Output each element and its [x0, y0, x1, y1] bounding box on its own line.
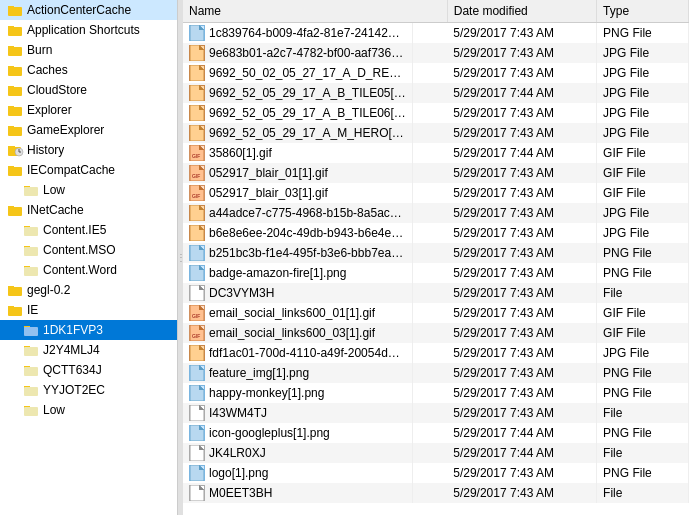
- sidebar-item-label: Content.Word: [43, 263, 117, 277]
- file-type: GIF File: [597, 323, 689, 343]
- file-date: 5/29/2017 7:43 AM: [447, 283, 596, 303]
- svg-marker-93: [199, 445, 204, 450]
- folder-icon: [8, 302, 24, 318]
- sidebar-item-content-word[interactable]: Content.Word: [0, 260, 177, 280]
- sidebar-item-cloudstore[interactable]: CloudStore: [0, 80, 177, 100]
- file-name-cell: feature_img[1].png: [183, 363, 413, 383]
- table-row[interactable]: feature_img[1].png5/29/2017 7:43 AMPNG F…: [183, 363, 689, 383]
- file-date: 5/29/2017 7:43 AM: [447, 343, 596, 363]
- sidebar-item-j2y4mlj4[interactable]: J2Y4MLJ4: [0, 340, 177, 360]
- table-row[interactable]: b251bc3b-f1e4-495f-b3e6-bbb7ea335958....…: [183, 243, 689, 263]
- file-name-cell: M0EET3BH: [183, 483, 413, 503]
- jpg-icon: [189, 225, 205, 241]
- png-icon: [189, 425, 205, 441]
- table-row[interactable]: I43WM4TJ5/29/2017 7:43 AMFile: [183, 403, 689, 423]
- folder-icon: [8, 282, 24, 298]
- table-row[interactable]: a44adce7-c775-4968-b15b-8a5ac485d407...5…: [183, 203, 689, 223]
- file-date: 5/29/2017 7:43 AM: [447, 483, 596, 503]
- file-name-cell: badge-amazon-fire[1].png: [183, 263, 413, 283]
- table-row[interactable]: icon-googleplus[1].png5/29/2017 7:44 AMP…: [183, 423, 689, 443]
- file-type: PNG File: [597, 423, 689, 443]
- table-row[interactable]: 1c839764-b009-4fa2-81e7-2414240c3112[...…: [183, 22, 689, 43]
- table-row[interactable]: 9692_50_02_05_27_17_A_D_REWARDS[1];j...5…: [183, 63, 689, 83]
- sidebar-item-1dk1fvp3[interactable]: 1DK1FVP3: [0, 320, 177, 340]
- table-row[interactable]: GIFemail_social_links600_01[1].gif5/29/2…: [183, 303, 689, 323]
- sidebar-item-caches[interactable]: Caches: [0, 60, 177, 80]
- table-row[interactable]: GIF052917_blair_03[1].gif5/29/2017 7:43 …: [183, 183, 689, 203]
- column-header-type[interactable]: Type: [597, 0, 689, 22]
- png-icon: [189, 245, 205, 261]
- file-type: PNG File: [597, 363, 689, 383]
- sidebar-item-qctt634j[interactable]: QCTT634J: [0, 360, 177, 380]
- table-row[interactable]: M0EET3BH5/29/2017 7:43 AMFile: [183, 483, 689, 503]
- table-row[interactable]: DC3VYM3H5/29/2017 7:43 AMFile: [183, 283, 689, 303]
- file-type: JPG File: [597, 203, 689, 223]
- svg-marker-85: [199, 365, 204, 370]
- table-row[interactable]: GIF052917_blair_01[1].gif5/29/2017 7:43 …: [183, 163, 689, 183]
- jpg-icon: [189, 65, 205, 81]
- column-header-name[interactable]: Name: [183, 0, 447, 22]
- folder-icon: [8, 62, 24, 78]
- file-date: 5/29/2017 7:44 AM: [447, 143, 596, 163]
- jpg-icon: [189, 85, 205, 101]
- svg-rect-36: [24, 327, 38, 336]
- file-name: 052917_blair_03[1].gif: [209, 186, 328, 200]
- sidebar-item-label: Explorer: [27, 103, 72, 117]
- sidebar-item-content-mso[interactable]: Content.MSO: [0, 240, 177, 260]
- file-type: File: [597, 403, 689, 423]
- file-name-cell: GIFemail_social_links600_03[1].gif: [183, 323, 413, 343]
- svg-marker-89: [199, 405, 204, 410]
- svg-rect-34: [8, 307, 22, 316]
- svg-text:GIF: GIF: [192, 313, 200, 319]
- table-row[interactable]: GIF35860[1].gif5/29/2017 7:44 AMGIF File: [183, 143, 689, 163]
- sidebar-item-actioncentercache[interactable]: ActionCenterCache: [0, 0, 177, 20]
- table-row[interactable]: JK4LR0XJ5/29/2017 7:44 AMFile: [183, 443, 689, 463]
- svg-marker-49: [190, 65, 204, 81]
- file-name-cell: happy-monkey[1].png: [183, 383, 413, 403]
- table-row[interactable]: happy-monkey[1].png5/29/2017 7:43 AMPNG …: [183, 383, 689, 403]
- table-row[interactable]: 9692_52_05_29_17_A_B_TILE06[1].jpg5/29/2…: [183, 103, 689, 123]
- column-header-date-modified[interactable]: Date modified: [447, 0, 596, 22]
- sidebar-item-history[interactable]: History: [0, 140, 177, 160]
- svg-rect-32: [8, 287, 22, 296]
- table-row[interactable]: badge-amazon-fire[1].png5/29/2017 7:43 A…: [183, 263, 689, 283]
- folder-icon: [8, 142, 24, 158]
- svg-rect-11: [8, 107, 22, 116]
- jpg-icon: [189, 105, 205, 121]
- sidebar-item-burn[interactable]: Burn: [0, 40, 177, 60]
- svg-rect-40: [24, 367, 38, 376]
- file-name: fdf1ac01-700d-4110-a49f-20054d1a519f;_..…: [209, 346, 406, 360]
- png-icon: [189, 385, 205, 401]
- table-row[interactable]: GIFemail_social_links600_03[1].gif5/29/2…: [183, 323, 689, 343]
- table-row[interactable]: fdf1ac01-700d-4110-a49f-20054d1a519f;_..…: [183, 343, 689, 363]
- file-date: 5/29/2017 7:44 AM: [447, 423, 596, 443]
- table-row[interactable]: 9e683b01-a2c7-4782-bf00-aaf7362a9853....…: [183, 43, 689, 63]
- svg-marker-64: [199, 185, 204, 190]
- table-row[interactable]: b6e8e6ee-204c-49db-b943-b6e4ef74c933....…: [183, 223, 689, 243]
- sidebar-item-inetcache[interactable]: INetCache: [0, 200, 177, 220]
- sidebar-item-explorer[interactable]: Explorer: [0, 100, 177, 120]
- file-type: JPG File: [597, 83, 689, 103]
- table-row[interactable]: logo[1].png5/29/2017 7:43 AMPNG File: [183, 463, 689, 483]
- png-icon: [189, 265, 205, 281]
- sidebar-item-gegl-0-2[interactable]: gegl-0.2: [0, 280, 177, 300]
- sidebar-item-content-ie5[interactable]: Content.IE5: [0, 220, 177, 240]
- svg-marker-52: [199, 85, 204, 90]
- svg-rect-24: [8, 207, 22, 216]
- sidebar-item-application-shortcuts[interactable]: Application Shortcuts: [0, 20, 177, 40]
- png-icon: [189, 365, 205, 381]
- table-row[interactable]: 9692_52_05_29_17_A_M_HERO[1].jpg5/29/201…: [183, 123, 689, 143]
- file-name-cell: 9692_52_05_29_17_A_B_TILE06[1].jpg: [183, 103, 413, 123]
- sidebar-item-label: Caches: [27, 63, 68, 77]
- svg-marker-88: [190, 405, 204, 421]
- table-row[interactable]: 9692_52_05_29_17_A_B_TILE05[1].jpg5/29/2…: [183, 83, 689, 103]
- sidebar-item-yyjot2ec[interactable]: YYJOT2EC: [0, 380, 177, 400]
- file-type: PNG File: [597, 463, 689, 483]
- sidebar-item-low[interactable]: Low: [0, 180, 177, 200]
- sidebar-item-iecompatcache[interactable]: IECompatCache: [0, 160, 177, 180]
- svg-rect-44: [24, 407, 38, 416]
- sidebar-item-gameexplorer[interactable]: GameExplorer: [0, 120, 177, 140]
- sidebar-item-ie[interactable]: IE: [0, 300, 177, 320]
- file-name: email_social_links600_03[1].gif: [209, 326, 375, 340]
- sidebar-item-low[interactable]: Low: [0, 400, 177, 420]
